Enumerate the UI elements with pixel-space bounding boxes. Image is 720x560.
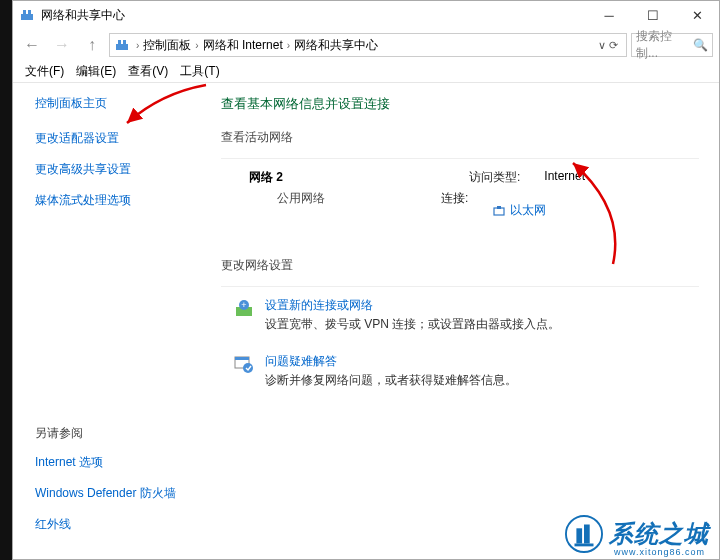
section-active-networks: 查看活动网络	[221, 129, 699, 146]
close-button[interactable]: ✕	[675, 1, 719, 29]
up-button[interactable]: ↑	[79, 32, 105, 58]
network-row: 网络 2 访问类型: Internet	[221, 169, 699, 186]
menu-file[interactable]: 文件(F)	[21, 61, 68, 82]
sidebar: 控制面板主页 更改适配器设置 更改高级共享设置 媒体流式处理选项 另请参阅 In…	[13, 83, 201, 559]
refresh-button[interactable]: ∨ ⟳	[598, 39, 618, 52]
connection-value: 以太网	[510, 202, 546, 219]
access-type-label: 访问类型:	[469, 169, 520, 186]
sidebar-item-sharing-settings[interactable]: 更改高级共享设置	[35, 161, 201, 178]
page-heading: 查看基本网络信息并设置连接	[221, 95, 699, 113]
content: 查看基本网络信息并设置连接 查看活动网络 网络 2 访问类型: Internet…	[201, 83, 719, 559]
sidebar-item-adapter-settings[interactable]: 更改适配器设置	[35, 130, 201, 147]
task-desc: 诊断并修复网络问题，或者获得疑难解答信息。	[265, 372, 517, 389]
svg-rect-15	[576, 528, 582, 543]
sidebar-item-media-streaming[interactable]: 媒体流式处理选项	[35, 192, 201, 209]
svg-rect-6	[494, 208, 504, 215]
task-desc: 设置宽带、拨号或 VPN 连接；或设置路由器或接入点。	[265, 316, 560, 333]
body: 控制面板主页 更改适配器设置 更改高级共享设置 媒体流式处理选项 另请参阅 In…	[13, 83, 719, 559]
svg-rect-0	[21, 14, 33, 20]
left-edge-strip	[0, 0, 12, 560]
task-title: 设置新的连接或网络	[265, 297, 560, 314]
titlebar: 网络和共享中心 ─ ☐ ✕	[13, 1, 719, 29]
task-new-connection[interactable]: + 设置新的连接或网络 设置宽带、拨号或 VPN 连接；或设置路由器或接入点。	[221, 297, 699, 333]
svg-rect-16	[584, 525, 590, 544]
connection-label: 连接:	[441, 190, 468, 231]
svg-rect-1	[23, 10, 26, 14]
related-title: 另请参阅	[35, 425, 201, 442]
svg-rect-3	[116, 44, 128, 50]
search-input[interactable]: 搜索控制... 🔍	[631, 33, 713, 57]
svg-rect-5	[123, 40, 126, 44]
app-icon	[19, 7, 35, 23]
watermark-url: www.xitong86.com	[614, 547, 705, 557]
section-change-settings: 更改网络设置	[221, 257, 699, 274]
troubleshoot-icon	[233, 353, 255, 375]
network-row-2: 公用网络 连接: 以太网	[221, 190, 699, 231]
network-name: 网络 2	[249, 169, 469, 186]
search-placeholder: 搜索控制...	[636, 28, 693, 62]
watermark-text: 系统之城	[609, 518, 709, 550]
back-button[interactable]: ←	[19, 32, 45, 58]
forward-button[interactable]: →	[49, 32, 75, 58]
svg-rect-12	[235, 357, 249, 360]
maximize-button[interactable]: ☐	[631, 1, 675, 29]
menu-edit[interactable]: 编辑(E)	[72, 61, 120, 82]
new-connection-icon: +	[233, 297, 255, 319]
breadcrumb-item[interactable]: 控制面板	[143, 37, 191, 54]
connection-link[interactable]: 以太网	[492, 190, 546, 231]
ethernet-icon	[492, 204, 506, 218]
window-title: 网络和共享中心	[41, 7, 587, 24]
related-infrared[interactable]: 红外线	[35, 516, 201, 533]
svg-rect-7	[497, 206, 501, 209]
svg-rect-4	[118, 40, 121, 44]
minimize-button[interactable]: ─	[587, 1, 631, 29]
access-type-value: Internet	[544, 169, 585, 186]
chevron-right-icon: ›	[136, 40, 139, 51]
menubar: 文件(F) 编辑(E) 查看(V) 工具(T)	[13, 61, 719, 83]
svg-text:+: +	[241, 300, 246, 310]
window-controls: ─ ☐ ✕	[587, 1, 719, 29]
chevron-right-icon: ›	[287, 40, 290, 51]
svg-point-13	[243, 363, 253, 373]
window: 网络和共享中心 ─ ☐ ✕ ← → ↑ › 控制面板 › 网络和 Interne…	[12, 0, 720, 560]
breadcrumb-icon	[114, 37, 130, 53]
svg-rect-17	[575, 544, 594, 547]
breadcrumb[interactable]: › 控制面板 › 网络和 Internet › 网络和共享中心 ∨ ⟳	[109, 33, 627, 57]
watermark-icon	[565, 515, 603, 553]
network-type: 公用网络	[249, 190, 469, 207]
menu-tools[interactable]: 工具(T)	[176, 61, 223, 82]
navbar: ← → ↑ › 控制面板 › 网络和 Internet › 网络和共享中心 ∨ …	[13, 29, 719, 61]
chevron-right-icon: ›	[195, 40, 198, 51]
task-title: 问题疑难解答	[265, 353, 517, 370]
svg-rect-2	[28, 10, 31, 14]
menu-view[interactable]: 查看(V)	[124, 61, 172, 82]
breadcrumb-item[interactable]: 网络和共享中心	[294, 37, 378, 54]
search-icon: 🔍	[693, 38, 708, 52]
related-internet-options[interactable]: Internet 选项	[35, 454, 201, 471]
sidebar-home[interactable]: 控制面板主页	[35, 95, 201, 112]
task-troubleshoot[interactable]: 问题疑难解答 诊断并修复网络问题，或者获得疑难解答信息。	[221, 353, 699, 389]
related-defender-firewall[interactable]: Windows Defender 防火墙	[35, 485, 201, 502]
breadcrumb-item[interactable]: 网络和 Internet	[203, 37, 283, 54]
